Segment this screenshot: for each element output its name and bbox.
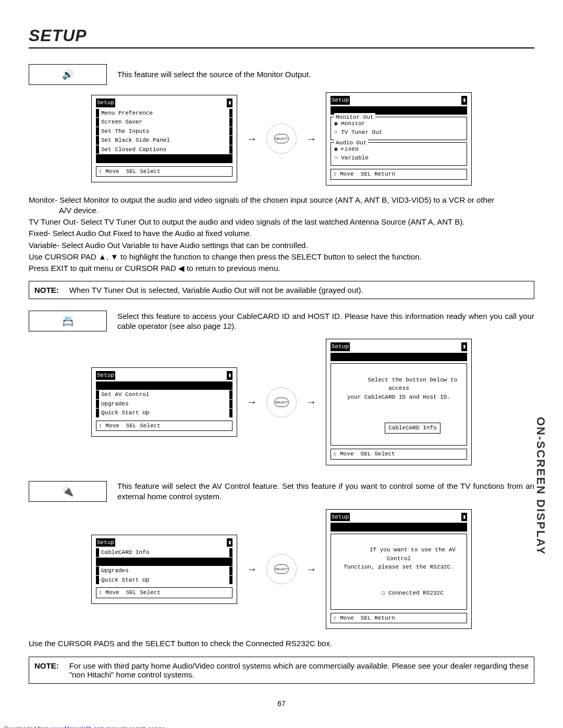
osd-setup-menu-3: Setup▮ CableCARD Info Upgrades Quick Sta… [91, 535, 237, 604]
title-rule [29, 47, 534, 48]
select-dpad: SELECT [266, 554, 297, 584]
side-label: ON-SCREEN DISPLAY [534, 417, 547, 555]
connected-rs232c-checkbox: Connected RS232C [382, 590, 444, 596]
select-dpad: SELECT [266, 124, 297, 154]
section3-screens: Setup▮ CableCARD Info Upgrades Quick Sta… [29, 509, 534, 630]
osd-setup-menu-2: Setup▮ Set AV Control Upgrades Quick Sta… [91, 367, 237, 437]
cablecard-icon: 📇 [29, 311, 107, 331]
osd-setup-menu: Setup▮ Menu Preference Screen Saver Set … [91, 95, 237, 182]
speaker-icon: 🔊 [29, 64, 107, 85]
section2-screens: Setup▮ Set AV Control Upgrades Quick Sta… [29, 339, 534, 465]
section1-body: Monitor- Select Monitor to output the au… [29, 195, 534, 216]
arrow-right-icon: → [247, 563, 257, 575]
osd-av-control: Setup▮ If you want to use the AV Control… [326, 509, 472, 630]
page-title: SETUP [29, 26, 534, 45]
section2-intro: Select this feature to access your Cable… [117, 311, 534, 331]
section1-note: NOTE: When TV Tuner Out is selected, Var… [29, 281, 534, 299]
osd-monitor-out: Setup▮ Monitor Out Monitor TV Tuner Out … [326, 92, 472, 186]
section1-screens: Setup▮ Menu Preference Screen Saver Set … [29, 92, 534, 186]
section1-intro: This feature will select the source of t… [117, 69, 534, 80]
select-dpad: SELECT [266, 387, 297, 417]
cablecard-info-button: CableCARD Info [385, 423, 440, 434]
page-number: 67 [29, 699, 534, 708]
manualslib-link[interactable]: www.Manualslib.com [51, 725, 104, 729]
section3-intro: This feature will select the AV Control … [117, 481, 534, 501]
section3-body: Use the CURSOR PADS and the SELECT butto… [29, 638, 534, 649]
arrow-right-icon: → [306, 396, 316, 408]
section3-note: NOTE: For use with third party home Audi… [29, 657, 534, 684]
arrow-right-icon: → [247, 396, 257, 408]
arrow-right-icon: → [306, 563, 316, 575]
osd-cablecard-info: Setup▮ Select the button below to access… [326, 339, 472, 465]
avcontrol-icon: 🔌 [29, 481, 107, 502]
arrow-right-icon: → [306, 133, 316, 145]
footer: Downloaded from www.Manualslib.com manua… [0, 723, 563, 729]
arrow-right-icon: → [247, 133, 257, 145]
